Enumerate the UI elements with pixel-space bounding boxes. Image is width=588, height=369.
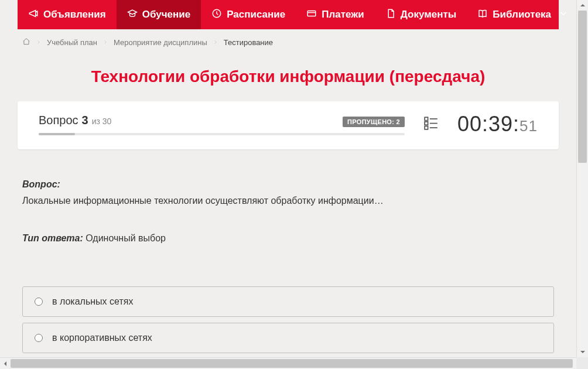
breadcrumb: Учебный план Мероприятие дисциплины Тест…	[18, 29, 559, 51]
svg-rect-4	[425, 122, 428, 125]
chevron-down-icon	[558, 8, 569, 22]
nav-documents[interactable]: Документы	[375, 0, 467, 29]
vertical-scrollbar[interactable]	[576, 0, 588, 357]
nav-payments[interactable]: Платежи	[296, 0, 375, 29]
answer-type-label: Тип ответа:	[22, 233, 83, 243]
timer-main: 00:39:	[457, 112, 519, 136]
chevron-right-icon	[103, 38, 108, 47]
horizontal-scrollbar[interactable]	[0, 357, 588, 369]
page-title: Технологии обработки информации (пересда…	[18, 51, 559, 101]
answers-list: в локальных сетях в корпоративных сетях …	[18, 286, 559, 357]
answer-text: в корпоративных сетях	[52, 333, 152, 343]
nav-announcements[interactable]: Объявления	[18, 0, 117, 29]
nav-library[interactable]: Библиотека	[467, 0, 576, 29]
scroll-up-arrow-icon[interactable]	[577, 0, 588, 11]
answer-type-value: Одиночный выбор	[86, 233, 166, 243]
nav-item-label: Обучение	[142, 9, 190, 20]
question-text: Локальные информационные технологии осущ…	[22, 194, 554, 208]
svg-rect-6	[425, 126, 428, 129]
scroll-left-arrow-icon[interactable]	[0, 358, 11, 369]
answer-radio[interactable]	[35, 298, 43, 306]
answer-option[interactable]: в корпоративных сетях	[22, 323, 554, 353]
skipped-badge: ПРОПУЩЕНО: 2	[343, 117, 405, 127]
timer-seconds: 51	[519, 117, 538, 135]
book-icon	[477, 8, 488, 22]
home-icon[interactable]	[22, 37, 30, 47]
list-icon	[422, 122, 440, 132]
nav-item-label: Документы	[401, 9, 457, 20]
main-nav: Объявления Обучение Расписание Платежи	[18, 0, 559, 29]
question-list-button[interactable]	[422, 115, 440, 133]
scrollbar-corner	[576, 357, 588, 369]
breadcrumb-item-testing: Тестирование	[224, 38, 273, 47]
breadcrumb-item-event[interactable]: Мероприятие дисциплины	[114, 38, 207, 47]
progress-fill	[39, 133, 75, 135]
megaphone-icon	[28, 8, 39, 22]
graduation-cap-icon	[127, 8, 138, 22]
question-header-card: Вопрос 3 из 30 ПРОПУЩЕНО: 2	[18, 101, 559, 149]
svg-rect-1	[307, 11, 316, 16]
nav-item-label: Библиотека	[493, 9, 551, 20]
question-label: Вопрос:	[22, 179, 60, 189]
vertical-scroll-thumb[interactable]	[578, 11, 587, 163]
horizontal-scroll-track[interactable]	[11, 358, 577, 369]
horizontal-scroll-thumb[interactable]	[11, 359, 573, 368]
nav-item-label: Расписание	[227, 9, 285, 20]
clock-icon	[211, 8, 222, 22]
answer-radio[interactable]	[35, 334, 43, 342]
card-icon	[306, 8, 317, 22]
nav-item-label: Объявления	[43, 9, 106, 20]
chevron-right-icon	[213, 38, 218, 47]
chevron-right-icon	[36, 38, 41, 47]
question-word: Вопрос	[39, 114, 78, 127]
nav-schedule[interactable]: Расписание	[201, 0, 296, 29]
question-progress-block: Вопрос 3 из 30 ПРОПУЩЕНО: 2	[39, 114, 405, 135]
nav-item-label: Платежи	[322, 9, 364, 20]
question-total: из 30	[92, 117, 112, 126]
svg-rect-2	[425, 117, 428, 120]
question-body: Вопрос: Локальные информационные техноло…	[18, 149, 559, 286]
answer-option[interactable]: в локальных сетях	[22, 286, 554, 317]
nav-education[interactable]: Обучение	[117, 0, 201, 29]
progress-bar	[39, 133, 405, 135]
document-icon	[385, 8, 396, 22]
question-number: 3	[82, 114, 88, 127]
scroll-down-arrow-icon[interactable]	[577, 347, 588, 357]
breadcrumb-item-plan[interactable]: Учебный план	[47, 38, 97, 47]
answer-text: в локальных сетях	[52, 296, 133, 307]
timer: 00:39: 51	[457, 112, 538, 136]
vertical-scroll-track[interactable]	[577, 11, 588, 347]
